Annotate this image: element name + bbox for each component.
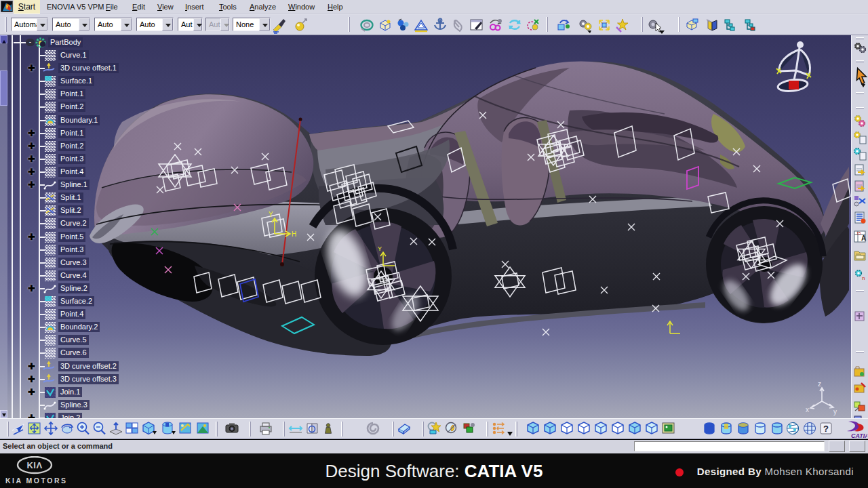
svg-text:y: y [833, 408, 837, 415]
svg-text:x: x [806, 406, 809, 413]
svg-text:n: n [862, 275, 865, 281]
svg-text:H: H [292, 230, 296, 238]
svg-text:Y: Y [378, 245, 382, 252]
svg-text:CATIA: CATIA [851, 432, 867, 439]
svg-text:?: ? [823, 424, 829, 434]
svg-text:z: z [818, 380, 821, 388]
svg-text:Y: Y [269, 211, 273, 218]
svg-text:A: A [861, 235, 866, 242]
svg-text:15: 15 [856, 231, 861, 235]
